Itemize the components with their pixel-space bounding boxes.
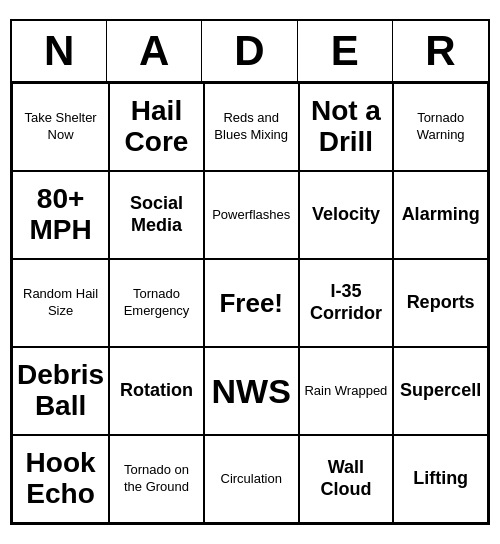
bingo-cell: Wall Cloud xyxy=(299,435,394,523)
cell-text: Powerflashes xyxy=(212,207,290,224)
cell-text: Tornado Emergency xyxy=(114,286,199,320)
bingo-cell: Take Shelter Now xyxy=(12,83,109,171)
bingo-cell: Debris Ball xyxy=(12,347,109,435)
header-letter: D xyxy=(202,21,297,81)
cell-text: NWS xyxy=(212,372,291,411)
cell-text: Tornado on the Ground xyxy=(114,462,199,496)
cell-text: Alarming xyxy=(402,204,480,226)
cell-text: Social Media xyxy=(114,193,199,236)
bingo-cell: Powerflashes xyxy=(204,171,299,259)
bingo-cell: Tornado Emergency xyxy=(109,259,204,347)
header-letter: A xyxy=(107,21,202,81)
bingo-cell: Alarming xyxy=(393,171,488,259)
cell-text: Velocity xyxy=(312,204,380,226)
bingo-cell: Free! xyxy=(204,259,299,347)
bingo-cell: Lifting xyxy=(393,435,488,523)
bingo-cell: Reports xyxy=(393,259,488,347)
cell-text: Wall Cloud xyxy=(304,457,389,500)
header-letter: E xyxy=(298,21,393,81)
bingo-cell: Supercell xyxy=(393,347,488,435)
bingo-cell: Circulation xyxy=(204,435,299,523)
bingo-cell: Tornado Warning xyxy=(393,83,488,171)
header-letter: R xyxy=(393,21,488,81)
bingo-cell: NWS xyxy=(204,347,299,435)
cell-text: Not a Drill xyxy=(304,96,389,158)
cell-text: Random Hail Size xyxy=(17,286,104,320)
bingo-cell: 80+ MPH xyxy=(12,171,109,259)
bingo-grid: Take Shelter NowHail CoreReds and Blues … xyxy=(12,83,488,523)
cell-text: 80+ MPH xyxy=(17,184,104,246)
header-letter: N xyxy=(12,21,107,81)
cell-text: Lifting xyxy=(413,468,468,490)
bingo-cell: Velocity xyxy=(299,171,394,259)
bingo-cell: Hook Echo xyxy=(12,435,109,523)
bingo-cell: Social Media xyxy=(109,171,204,259)
bingo-cell: Hail Core xyxy=(109,83,204,171)
cell-text: Reds and Blues Mixing xyxy=(209,110,294,144)
bingo-cell: Rotation xyxy=(109,347,204,435)
bingo-cell: Not a Drill xyxy=(299,83,394,171)
cell-text: Rotation xyxy=(120,380,193,402)
cell-text: Circulation xyxy=(221,471,282,488)
cell-text: Debris Ball xyxy=(17,360,104,422)
cell-text: Reports xyxy=(407,292,475,314)
bingo-header: NADER xyxy=(12,21,488,83)
cell-text: Take Shelter Now xyxy=(17,110,104,144)
cell-text: Hail Core xyxy=(114,96,199,158)
cell-text: Rain Wrapped xyxy=(304,383,387,400)
bingo-cell: Reds and Blues Mixing xyxy=(204,83,299,171)
bingo-cell: Rain Wrapped xyxy=(299,347,394,435)
cell-text: Hook Echo xyxy=(17,448,104,510)
cell-text: Supercell xyxy=(400,380,481,402)
cell-text: Tornado Warning xyxy=(398,110,483,144)
bingo-cell: I-35 Corridor xyxy=(299,259,394,347)
cell-text: I-35 Corridor xyxy=(304,281,389,324)
cell-text: Free! xyxy=(219,288,283,319)
bingo-cell: Random Hail Size xyxy=(12,259,109,347)
bingo-cell: Tornado on the Ground xyxy=(109,435,204,523)
bingo-card: NADER Take Shelter NowHail CoreReds and … xyxy=(10,19,490,525)
